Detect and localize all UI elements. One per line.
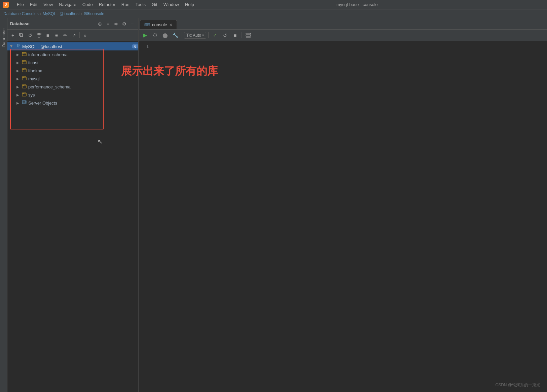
menu-help[interactable]: Help: [182, 1, 197, 8]
db-icon-itheima: [22, 68, 27, 74]
add-button[interactable]: +: [9, 31, 17, 39]
db-label-itheima: itheima: [28, 68, 138, 73]
tree-arrow-sys[interactable]: ▶: [15, 92, 20, 97]
breadcrumb-mysql[interactable]: MySQL - @localhost: [43, 11, 80, 16]
menu-window[interactable]: Window: [161, 1, 182, 8]
expand-button[interactable]: ↗: [70, 31, 78, 39]
more-button[interactable]: »: [81, 31, 89, 39]
window-title: mysql-base - console: [336, 2, 378, 7]
tree-item-performance-schema[interactable]: ▶ performance_schema: [7, 83, 138, 91]
svg-rect-15: [22, 69, 26, 70]
timer-button[interactable]: ⏱: [151, 31, 159, 40]
svg-point-29: [25, 103, 26, 103]
tree-arrow-server-objects[interactable]: ▶: [15, 101, 20, 105]
svg-rect-18: [22, 77, 26, 78]
tree-arrow-mysql[interactable]: ▶: [15, 76, 20, 81]
options-button[interactable]: ≑: [113, 21, 119, 27]
wrench-button[interactable]: 🔧: [171, 31, 180, 40]
db-icon-mysql: [22, 76, 27, 82]
db-label-sys: sys: [28, 92, 138, 97]
server-objects-label: Server Objects: [28, 101, 138, 106]
svg-rect-30: [246, 33, 251, 34]
server-objects-icon: [22, 100, 27, 106]
check-button[interactable]: ✓: [211, 31, 219, 40]
menu-refactor[interactable]: Refactor: [96, 1, 118, 8]
menu-view[interactable]: View: [41, 1, 56, 8]
stop-run-button[interactable]: ⬤: [161, 31, 170, 40]
svg-rect-4: [38, 36, 40, 37]
left-panel: Database ⊕ ≡ ≑ ⚙ − + ↺ ■ ⊞ ✏ ↗ »: [7, 18, 139, 392]
svg-point-19: [23, 77, 24, 78]
minimize-button[interactable]: −: [129, 21, 136, 27]
add-datasource-button[interactable]: ⊕: [97, 21, 103, 27]
tree-item-server-objects[interactable]: ▶ Server Objects: [7, 99, 138, 107]
grid-button[interactable]: ⊞: [52, 31, 61, 39]
tab-console-label: console: [152, 22, 167, 27]
tree-arrow-perf[interactable]: ▶: [15, 84, 20, 89]
ed-sep-2: [208, 32, 209, 38]
panel-header: Database ⊕ ≡ ≑ ⚙ −: [7, 18, 138, 30]
watermark: CSDN @银河系的一束光: [495, 382, 540, 388]
tree-item-mysql[interactable]: ▶ mysql: [7, 75, 138, 83]
mysql-connection-label: MySQL - @localhost: [22, 44, 131, 49]
tree-arrow-itheima[interactable]: ▶: [15, 68, 20, 73]
vertical-sidebar: Database: [0, 18, 7, 392]
breadcrumb-sep-2: ›: [81, 11, 82, 16]
svg-rect-0: [20, 34, 23, 37]
tree-root-mysql[interactable]: ▶ MySQL - @localhost 6: [7, 42, 138, 50]
copy-button[interactable]: [17, 31, 26, 39]
toolbar-sep: [79, 32, 80, 38]
stop-button[interactable]: ■: [44, 31, 52, 39]
menu-run[interactable]: Run: [119, 1, 132, 8]
tree-item-information-schema[interactable]: ▶ information_schema: [7, 50, 138, 58]
menu-file[interactable]: File: [14, 1, 27, 8]
ed-sep-1: [182, 32, 182, 38]
svg-rect-3: [39, 33, 41, 35]
db-label-mysql: mysql: [28, 76, 138, 81]
edit-button[interactable]: ✏: [61, 31, 69, 39]
svg-rect-9: [22, 52, 26, 54]
refresh-button[interactable]: ↺: [26, 31, 34, 39]
breadcrumb-console[interactable]: ⌨ console: [84, 11, 104, 16]
editor-area[interactable]: 1: [139, 41, 547, 392]
schema-button[interactable]: [35, 31, 43, 39]
svg-point-22: [23, 85, 24, 86]
menu-git[interactable]: Git: [149, 1, 160, 8]
breadcrumb-database-consoles[interactable]: Database Consoles: [3, 11, 39, 16]
run-button[interactable]: ▶: [141, 31, 149, 40]
console-tab[interactable]: ⌨ console ✕: [140, 20, 177, 29]
settings-button[interactable]: ⚙: [121, 21, 127, 27]
db-icon-performance-schema: [22, 84, 27, 90]
db-icon-information-schema: [22, 51, 27, 58]
group-button[interactable]: ≡: [105, 21, 111, 27]
menu-tools[interactable]: Tools: [133, 1, 148, 8]
line-number-1: 1: [139, 44, 152, 49]
menu-navigate[interactable]: Navigate: [56, 1, 79, 8]
db-icon-itcast: [22, 60, 27, 66]
svg-point-7: [17, 44, 19, 45]
main-layout: Database Database ⊕ ≡ ≑ ⚙ − + ↺ ■: [0, 18, 547, 392]
tx-dropdown[interactable]: Tx: Auto ▾: [184, 32, 206, 39]
app-logo: D: [3, 2, 9, 8]
menu-edit[interactable]: Edit: [27, 1, 40, 8]
tree-item-itheima[interactable]: ▶ itheima: [7, 67, 138, 75]
svg-rect-12: [22, 61, 26, 62]
tree-arrow-info[interactable]: ▶: [15, 52, 20, 57]
db-label-itcast: itcast: [28, 60, 138, 65]
tree-arrow-root[interactable]: ▶: [9, 44, 14, 49]
tree-arrow-itcast[interactable]: ▶: [15, 60, 20, 65]
tab-console-icon: ⌨: [144, 23, 150, 27]
panel-toolbar: + ↺ ■ ⊞ ✏ ↗ »: [7, 30, 138, 41]
output-button[interactable]: [244, 31, 253, 40]
tree-item-itcast[interactable]: ▶ itcast: [7, 58, 138, 67]
svg-rect-32: [246, 37, 251, 37]
svg-point-28: [25, 101, 26, 102]
editor-tab-bar: ⌨ console ✕: [139, 18, 547, 30]
tab-close-button[interactable]: ✕: [169, 23, 173, 27]
database-tree[interactable]: ▶ MySQL - @localhost 6 ▶ information_sch…: [7, 41, 138, 392]
menu-code[interactable]: Code: [80, 1, 96, 8]
tree-item-sys[interactable]: ▶ sys: [7, 91, 138, 99]
cancel-button[interactable]: ■: [231, 31, 240, 40]
db-label-information-schema: information_schema: [28, 52, 138, 57]
rollback-button[interactable]: ↺: [221, 31, 229, 40]
